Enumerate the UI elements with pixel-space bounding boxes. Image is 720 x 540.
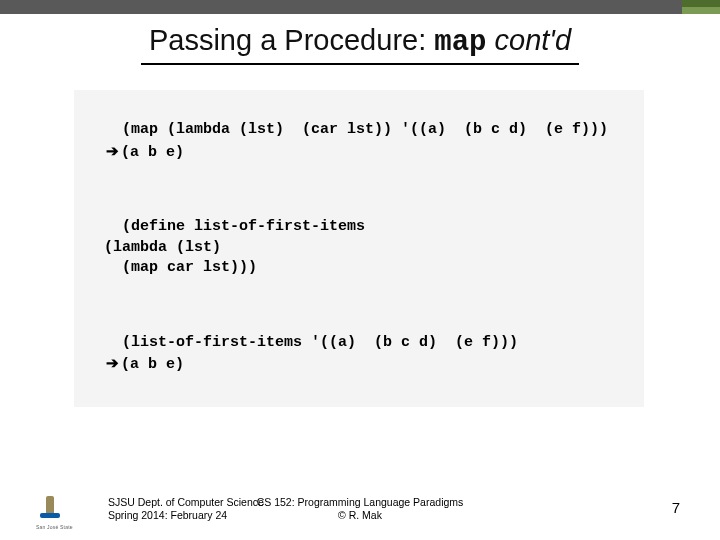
page-number: 7 bbox=[672, 499, 680, 516]
code-block: (map (lambda (lst) (car lst)) '((a) (b c… bbox=[74, 90, 644, 407]
top-bar-accent bbox=[682, 0, 720, 7]
arrow-icon: ➔ bbox=[86, 353, 121, 373]
code-line: (lambda (lst) bbox=[86, 239, 221, 256]
footer-center-line2: © R. Mak bbox=[0, 509, 720, 522]
title-prefix: Passing a Procedure: bbox=[149, 24, 434, 56]
footer-center-line1: CS 152: Programming Language Paradigms bbox=[0, 496, 720, 509]
code-result: (a b e) bbox=[121, 356, 184, 373]
top-bar-accent bbox=[682, 7, 720, 14]
title-suffix: cont'd bbox=[487, 24, 572, 56]
code-line: (define list-of-first-items bbox=[122, 218, 365, 235]
footer: San José State SJSU Dept. of Computer Sc… bbox=[0, 486, 720, 526]
code-line: (map car lst))) bbox=[86, 259, 257, 276]
code-line: (map (lambda (lst) (car lst)) '((a) (b c… bbox=[122, 121, 608, 138]
code-result: (a b e) bbox=[121, 144, 184, 161]
slide-title: Passing a Procedure: map cont'd bbox=[141, 24, 579, 65]
code-line: (list-of-first-items '((a) (b c d) (e f)… bbox=[122, 334, 518, 351]
top-bar bbox=[0, 0, 720, 14]
footer-center: CS 152: Programming Language Paradigms ©… bbox=[0, 496, 720, 522]
arrow-icon: ➔ bbox=[86, 141, 121, 161]
title-code: map bbox=[434, 26, 486, 59]
sjsu-logo-text: San José State bbox=[36, 524, 73, 530]
title-wrap: Passing a Procedure: map cont'd bbox=[0, 24, 720, 65]
